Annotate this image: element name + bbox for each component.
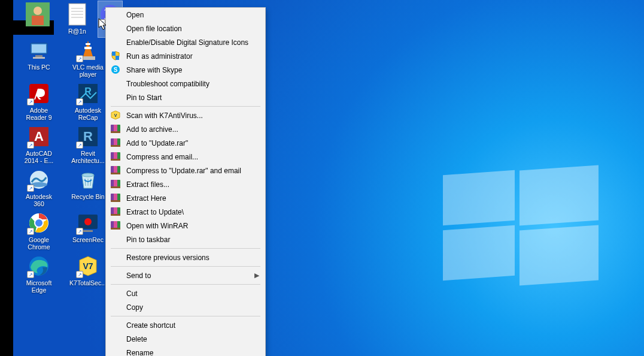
- windows-logo-wallpaper: [443, 168, 599, 282]
- ctx-item-label: Compress and email...: [126, 153, 198, 161]
- ctx-item-copy[interactable]: Copy: [106, 300, 265, 314]
- ctx-item-label: Create shortcut: [126, 321, 175, 330]
- shortcut-arrow-icon: ↗: [76, 271, 83, 278]
- ctx-item-rename[interactable]: Rename: [106, 346, 265, 356]
- shortcut-arrow-icon: ↗: [27, 271, 34, 278]
- context-menu: OpenOpen file locationEnable/Disable Dig…: [105, 7, 266, 356]
- ctx-item-label: Open file location: [126, 25, 182, 33]
- ctx-item-label: Run as administrator: [126, 52, 193, 61]
- ctx-item-label: Add to archive...: [126, 125, 178, 134]
- icon-label: VLC media player: [69, 64, 107, 78]
- ctx-item-compress-to-update-rar-and-email[interactable]: Compress to "Update.rar" and email: [106, 164, 265, 177]
- ctx-item-label: Open: [126, 11, 144, 19]
- desktop-icon-vlc[interactable]: ↗VLC media player: [69, 37, 107, 80]
- ctx-item-compress-and-email[interactable]: Compress and email...: [106, 150, 265, 164]
- icon-label: Revit Architectu...: [69, 150, 107, 164]
- ctx-item-open[interactable]: Open: [106, 8, 265, 22]
- ctx-item-pin-to-start[interactable]: Pin to Start: [106, 90, 265, 104]
- shortcut-arrow-icon: ↗: [27, 98, 34, 105]
- winrar-icon: [111, 152, 120, 161]
- ctx-item-label: Share with Skype: [126, 66, 182, 74]
- k7-icon: V: [111, 110, 120, 120]
- svg-point-28: [82, 173, 94, 177]
- winrar-icon: [111, 165, 120, 175]
- ctx-item-cut[interactable]: Cut: [106, 286, 265, 300]
- shield-icon: [111, 51, 120, 61]
- shortcut-arrow-icon: ↗: [76, 55, 83, 62]
- ctx-item-label: Scan with K7AntiVirus...: [126, 111, 203, 120]
- left-black-strip: [0, 0, 13, 356]
- ctx-item-label: Extract Here: [126, 194, 166, 203]
- recycle-bin-icon: [76, 168, 100, 192]
- desktop-icon-screenrec[interactable]: ↗ScreenRec: [69, 210, 107, 253]
- ctx-item-extract-here[interactable]: Extract Here: [106, 191, 265, 205]
- svg-rect-2: [32, 16, 44, 25]
- ctx-item-add-to-update-rar[interactable]: Add to "Update.rar": [106, 136, 265, 150]
- ctx-item-open-file-location[interactable]: Open file location: [106, 22, 265, 35]
- desktop-icon-recycle-bin[interactable]: Recycle Bin: [69, 167, 107, 210]
- ctx-item-label: Restore previous versions: [126, 254, 209, 262]
- ctx-item-open-with-winrar[interactable]: Open with WinRAR: [106, 219, 265, 233]
- winrar-icon: [111, 221, 120, 230]
- ctx-item-restore-previous-versions[interactable]: Restore previous versions: [106, 251, 265, 264]
- ctx-item-enable-disable-digital-signature-icons[interactable]: Enable/Disable Digital Signature Icons: [106, 35, 265, 49]
- shortcut-arrow-icon: ↗: [27, 228, 34, 235]
- svg-rect-12: [32, 44, 46, 53]
- svg-text:V: V: [114, 113, 117, 117]
- user-avatar-icon: [26, 2, 50, 26]
- winrar-icon: [111, 179, 120, 189]
- ctx-item-share-with-skype[interactable]: SShare with Skype: [106, 63, 265, 77]
- desktop-icon-autodesk-360[interactable]: ↗Autodesk 360: [20, 167, 57, 210]
- desktop-icon-adobe-reader[interactable]: ↗Adobe Reader 9: [20, 80, 57, 123]
- ctx-separator: [111, 266, 260, 267]
- ctx-item-label: Rename: [126, 349, 153, 357]
- svg-rect-13: [35, 55, 42, 57]
- ctx-item-delete[interactable]: Delete: [106, 332, 265, 346]
- desktop-icon-autocad-2014[interactable]: A↗AutoCAD 2014 - E...: [20, 123, 57, 167]
- ctx-separator: [111, 106, 260, 107]
- skype-icon: S: [111, 65, 120, 74]
- ctx-item-extract-files[interactable]: Extract files...: [106, 177, 265, 191]
- ctx-item-add-to-archive[interactable]: Add to archive...: [106, 122, 265, 136]
- svg-rect-14: [33, 57, 45, 59]
- ctx-separator: [111, 248, 260, 249]
- desktop-icon-revit-architecture[interactable]: R↗Revit Architectu...: [69, 123, 107, 167]
- svg-text:R: R: [84, 86, 92, 96]
- desktop-icon-k7-total-security[interactable]: V7↗K7TotalSec...: [69, 253, 107, 296]
- icon-label: Autodesk 360: [20, 193, 58, 207]
- desktop-icon-autodesk-recap[interactable]: R↗Autodesk ReCap: [69, 80, 107, 123]
- ctx-item-scan-with-k7antivirus[interactable]: VScan with K7AntiVirus...: [106, 108, 265, 122]
- svg-text:R: R: [83, 129, 93, 144]
- winrar-icon: [111, 193, 120, 203]
- ctx-item-label: Extract files...: [126, 180, 169, 189]
- desktop-icon-google-chrome[interactable]: ↗Google Chrome: [20, 210, 57, 253]
- shortcut-arrow-icon: ↗: [76, 228, 83, 235]
- icon-label: R@1n: [58, 28, 96, 35]
- ctx-item-create-shortcut[interactable]: Create shortcut: [106, 318, 265, 332]
- icon-label: This PC: [20, 64, 58, 71]
- ctx-separator: [111, 316, 260, 316]
- svg-rect-38: [116, 56, 119, 60]
- svg-text:V7: V7: [83, 261, 93, 271]
- icon-label: Autodesk ReCap: [69, 107, 107, 121]
- desktop-icon-microsoft-edge[interactable]: ↗Microsoft Edge: [20, 253, 57, 296]
- ctx-item-run-as-administrator[interactable]: Run as administrator: [106, 49, 265, 63]
- icon-label: ScreenRec: [69, 236, 107, 243]
- ctx-item-label: Cut: [126, 289, 138, 298]
- text-file-icon: [65, 2, 89, 26]
- ctx-item-label: Pin to taskbar: [126, 236, 170, 244]
- desktop-icon-this-pc[interactable]: This PC: [20, 37, 57, 80]
- icon-label: K7TotalSec...: [69, 279, 107, 286]
- svg-rect-17: [86, 43, 90, 45]
- shortcut-arrow-icon: ↗: [76, 98, 83, 105]
- ctx-item-troubleshoot-compatibility[interactable]: Troubleshoot compatibility: [106, 77, 265, 90]
- ctx-item-extract-to-update[interactable]: Extract to Update\: [106, 205, 265, 219]
- desktop-icon-user[interactable]: [19, 1, 56, 37]
- ctx-item-label: Compress to "Update.rar" and email: [126, 167, 241, 175]
- ctx-item-pin-to-taskbar[interactable]: Pin to taskbar: [106, 233, 265, 246]
- shortcut-arrow-icon: ↗: [27, 185, 34, 192]
- desktop-icon-rain[interactable]: R@1n: [59, 1, 96, 37]
- ctx-separator: [111, 284, 260, 285]
- ctx-item-send-to[interactable]: Send to▶: [106, 268, 265, 282]
- svg-text:A: A: [34, 129, 44, 144]
